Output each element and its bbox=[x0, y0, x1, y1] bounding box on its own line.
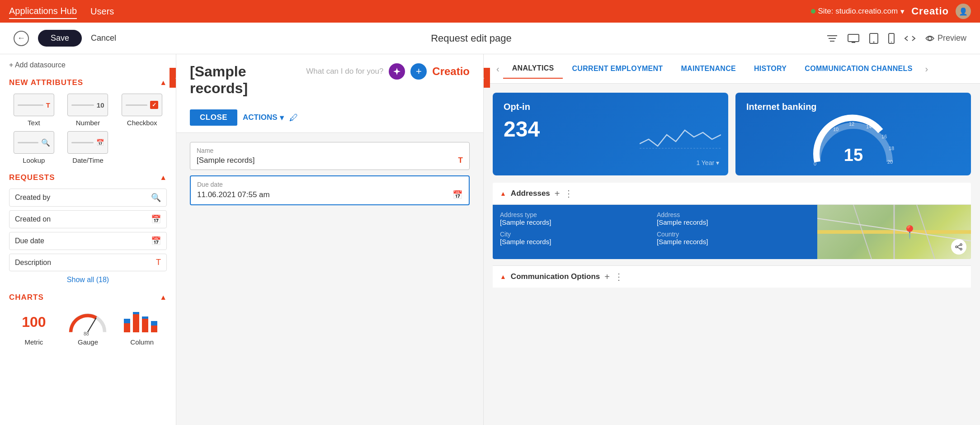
tab-communication-channels[interactable]: COMMUNICATION CHANNELS bbox=[796, 59, 921, 78]
site-info[interactable]: Site: studio.creatio.com ▾ bbox=[811, 7, 905, 16]
addresses-title: Addresses bbox=[511, 189, 550, 198]
svg-rect-18 bbox=[142, 316, 148, 319]
charts-section-header: CHARTS ▲ bbox=[9, 293, 167, 302]
field-created-by-label: Created by bbox=[15, 194, 147, 202]
tabs-next-arrow[interactable]: › bbox=[922, 64, 932, 74]
comm-menu-button[interactable]: ⋮ bbox=[614, 271, 623, 282]
collapse-left-button[interactable]: ‹ bbox=[170, 68, 176, 88]
attr-text[interactable]: T Text bbox=[9, 94, 59, 127]
field-name-value: [Sample records] T bbox=[197, 156, 463, 165]
addresses-menu-button[interactable]: ⋮ bbox=[564, 188, 573, 199]
field-due-date[interactable]: Due date 📅 bbox=[9, 232, 167, 250]
mobile-icon[interactable] bbox=[888, 33, 895, 44]
desktop-icon[interactable] bbox=[847, 33, 860, 43]
field-description-label: Description bbox=[15, 259, 152, 267]
tab-maintenance[interactable]: MAINTENANCE bbox=[672, 59, 745, 78]
map-share-button[interactable] bbox=[951, 239, 966, 255]
svg-point-39 bbox=[956, 246, 957, 248]
attr-number[interactable]: 10 Number bbox=[63, 94, 113, 127]
tabs-row: ‹ ANALYTICS CURRENT EMPLOYMENT MAINTENAN… bbox=[493, 59, 971, 79]
comm-toggle-icon[interactable]: ▲ bbox=[500, 273, 506, 280]
communication-section-header: ▲ Communication Options + ⋮ bbox=[493, 265, 971, 288]
svg-rect-15 bbox=[133, 314, 139, 332]
svg-text:20: 20 bbox=[887, 159, 893, 165]
main-layout: ‹ + Add datasource NEW ATTRIBUTES ▲ T Te… bbox=[0, 54, 980, 425]
what-can-i-text: What can I do for you? bbox=[306, 67, 383, 76]
requests-collapse-icon[interactable]: ▲ bbox=[160, 174, 167, 182]
gauge-chart-svg: 88 bbox=[67, 304, 108, 340]
tab-analytics[interactable]: ANALYTICS bbox=[503, 59, 563, 79]
svg-text:8: 8 bbox=[818, 142, 821, 147]
add-datasource-button[interactable]: + Add datasource bbox=[9, 61, 167, 69]
field-created-on[interactable]: Created on 📅 bbox=[9, 210, 167, 228]
field-description[interactable]: Description T bbox=[9, 254, 167, 271]
save-button[interactable]: Save bbox=[38, 30, 82, 47]
metric-cards-row: Opt-in 234 1 Year ▾ Internet banking bbox=[493, 93, 971, 175]
chart-metric[interactable]: 100 Metric bbox=[9, 308, 59, 346]
addresses-toggle-icon[interactable]: ▲ bbox=[500, 190, 506, 197]
addresses-section: ▲ Addresses + ⋮ Address type [Sample rec… bbox=[493, 183, 971, 259]
comm-add-button[interactable]: + bbox=[604, 272, 610, 282]
filters-icon[interactable] bbox=[826, 34, 838, 43]
addresses-table: Address type [Sample records] Address [S… bbox=[493, 205, 817, 259]
field-due-date-group[interactable]: Due date 11.06.2021 07:55 am 📅 bbox=[190, 175, 470, 205]
attr-lookup[interactable]: 🔍 Lookup bbox=[9, 131, 59, 164]
nav-users[interactable]: Users bbox=[90, 5, 114, 19]
tabs-prev-arrow[interactable]: ‹ bbox=[493, 64, 503, 74]
field-due-date-form-label: Due date bbox=[197, 181, 462, 188]
actions-button[interactable]: ACTIONS ▾ bbox=[243, 113, 284, 123]
user-avatar[interactable]: 👤 bbox=[956, 4, 971, 19]
svg-rect-3 bbox=[848, 34, 859, 42]
top-nav: Applications Hub Users Site: studio.crea… bbox=[0, 0, 980, 23]
attr-lookup-label: Lookup bbox=[23, 156, 45, 164]
svg-text:14: 14 bbox=[866, 124, 872, 129]
field-created-on-icon: 📅 bbox=[151, 214, 161, 224]
svg-line-41 bbox=[957, 247, 960, 249]
chart-gauge[interactable]: 88 Gauge bbox=[63, 308, 113, 346]
svg-text:88: 88 bbox=[84, 331, 89, 336]
attr-datetime[interactable]: 📅 Date/Time bbox=[63, 131, 113, 164]
opt-in-period[interactable]: 1 Year ▾ bbox=[696, 159, 719, 166]
new-attributes-collapse-icon[interactable]: ▲ bbox=[160, 79, 167, 87]
cancel-button[interactable]: Cancel bbox=[91, 33, 116, 43]
addr-city-group: City [Sample records] bbox=[500, 231, 653, 246]
attr-checkbox[interactable]: ✓ Checkbox bbox=[117, 94, 167, 127]
tablet-icon[interactable] bbox=[869, 33, 879, 44]
back-button[interactable]: ← bbox=[14, 31, 29, 46]
chart-column[interactable]: Column bbox=[117, 308, 167, 346]
map-roads-svg bbox=[817, 205, 971, 259]
svg-rect-14 bbox=[124, 319, 130, 323]
addr-type-label: Address type bbox=[500, 211, 653, 218]
requests-title: REQUESTS bbox=[9, 173, 55, 182]
field-description-icon: T bbox=[156, 258, 161, 267]
addr-address-label: Address bbox=[657, 211, 810, 218]
add-button[interactable]: + bbox=[410, 63, 427, 80]
ai-button[interactable] bbox=[389, 63, 405, 80]
tab-current-employment[interactable]: CURRENT EMPLOYMENT bbox=[563, 59, 672, 78]
svg-rect-20 bbox=[151, 321, 157, 326]
charts-collapse-icon[interactable]: ▲ bbox=[160, 293, 167, 302]
charts-grid: 100 Metric 88 Gauge bbox=[9, 308, 167, 346]
toolbar-icons: Preview bbox=[826, 33, 966, 44]
svg-text:12: 12 bbox=[849, 121, 854, 127]
nav-applications-hub[interactable]: Applications Hub bbox=[9, 4, 77, 19]
svg-point-38 bbox=[960, 248, 962, 250]
collapse-right-button[interactable]: › bbox=[484, 68, 490, 88]
page-title: Request edit page bbox=[125, 33, 817, 44]
addr-city-value: [Sample records] bbox=[500, 238, 653, 246]
addr-address-group: Address [Sample records] bbox=[657, 211, 810, 226]
preview-button[interactable]: Preview bbox=[925, 33, 966, 43]
column-chart-svg bbox=[122, 310, 162, 335]
addr-row-1: Address type [Sample records] Address [S… bbox=[500, 211, 810, 226]
svg-point-37 bbox=[960, 244, 962, 246]
addresses-add-button[interactable]: + bbox=[555, 189, 560, 199]
code-icon[interactable] bbox=[904, 33, 916, 43]
svg-line-40 bbox=[957, 245, 960, 246]
field-name-label: Name bbox=[197, 147, 463, 154]
content-area: [Sample records] What can I do for you? … bbox=[176, 54, 980, 425]
tab-history[interactable]: HISTORY bbox=[745, 59, 796, 78]
close-button[interactable]: CLOSE bbox=[190, 109, 237, 126]
field-created-by[interactable]: Created by 🔍 bbox=[9, 189, 167, 207]
svg-rect-13 bbox=[124, 323, 130, 332]
show-all-button[interactable]: Show all (18) bbox=[9, 276, 167, 284]
